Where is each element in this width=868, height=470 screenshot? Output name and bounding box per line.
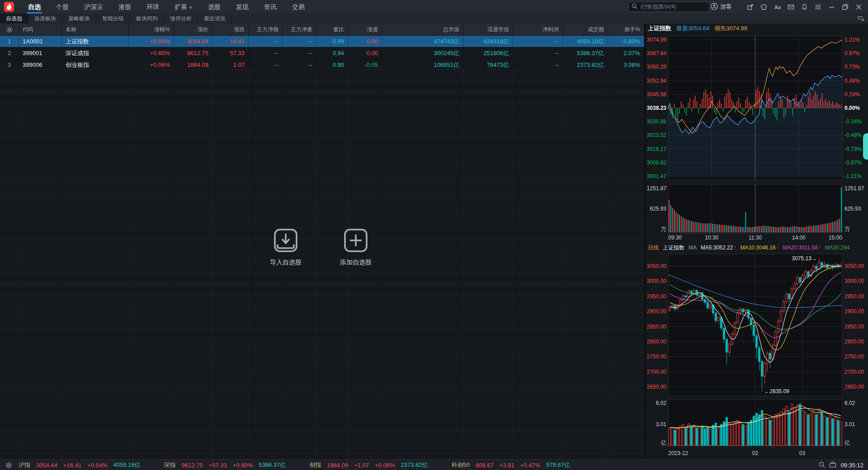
index-change: +1.07 <box>354 462 369 469</box>
svg-text:2800.00: 2800.00 <box>844 338 864 345</box>
header-col-net-profit[interactable]: 净利润 <box>513 24 563 35</box>
ma-value-text: MA10:3046.16 <box>740 244 775 251</box>
tab-自选板块[interactable]: 自选板块 <box>28 14 62 24</box>
close-icon[interactable] <box>852 0 865 14</box>
bell-icon[interactable] <box>797 0 811 14</box>
svg-text:万: 万 <box>844 226 850 232</box>
font-size-icon[interactable]: Aa <box>770 0 784 14</box>
nav-item-6[interactable]: 选股 <box>200 0 228 14</box>
header-col-change[interactable]: 涨跌 <box>212 24 249 35</box>
header-col-total-cap[interactable]: 总市值 <box>382 24 463 35</box>
index-chart-panel: 上证指数 最新3054.64 领先3074.99 3074.993067.643… <box>646 24 868 459</box>
index-quote-深指[interactable]: 深指9612.75+57.33+0.60%5386.37亿 <box>164 461 286 469</box>
svg-text:0.24%: 0.24% <box>844 91 860 98</box>
nav-item-4[interactable]: 环球 <box>139 0 167 14</box>
nav-item-9[interactable]: 交易 <box>284 0 312 14</box>
chart-index-name[interactable]: 上证指数 <box>648 24 671 33</box>
header-col-main-net-amount[interactable]: 主力净额 <box>249 24 283 35</box>
add-watchlist-button[interactable]: 添加自选股 <box>329 228 383 267</box>
header-col-turnover-rate[interactable]: 换手% <box>608 24 644 35</box>
import-watchlist-button[interactable]: 导入自选股 <box>259 228 313 267</box>
user-avatar-icon <box>711 3 718 11</box>
ma-value-text: MA20:3011.58 <box>783 244 817 251</box>
cell-col-speed: 0.00 <box>348 36 382 47</box>
search-icon[interactable] <box>819 461 825 469</box>
skin-icon[interactable] <box>757 0 770 14</box>
table-row[interactable]: 2399001深证成指+0.60%9612.7557.33----0.940.0… <box>0 47 644 59</box>
menu-icon[interactable] <box>811 0 825 14</box>
header-col-code[interactable]: 代码 <box>19 24 62 35</box>
header-col-main-net-vol[interactable]: 主力净量 <box>283 24 316 35</box>
table-row[interactable]: 11A0001上证指数+0.54%3054.6416.41----0.990.0… <box>0 36 644 47</box>
cell-col-total-cap: 300245亿 <box>382 47 463 59</box>
svg-text:万: 万 <box>661 226 666 232</box>
index-quote-科创50[interactable]: 科创50808.67+3.81+0.47%579.67亿 <box>452 461 570 469</box>
tab-智能分组[interactable]: 智能分组 <box>96 14 130 24</box>
svg-text:11:30: 11:30 <box>749 235 762 241</box>
up-arrow-icon: ↑ <box>818 244 821 251</box>
share-icon[interactable] <box>743 0 757 14</box>
svg-text:1251.87: 1251.87 <box>844 185 864 192</box>
user-menu[interactable]: 游客 <box>711 0 732 14</box>
nav-item-3[interactable]: 港股 <box>111 0 139 14</box>
tab-策略板块[interactable]: 策略板块 <box>62 14 96 24</box>
search-box[interactable] <box>628 2 710 12</box>
kline-chart[interactable]: 3050.003050.003000.003000.002950.002950.… <box>646 252 868 459</box>
index-quote-创指[interactable]: 创指1884.09+1.07+0.06%2373.82亿 <box>309 461 428 469</box>
svg-text:2850.00: 2850.00 <box>647 324 667 330</box>
app-logo-icon[interactable] <box>4 2 14 12</box>
header-col-vol-ratio[interactable]: 量比 <box>316 24 348 35</box>
svg-text:6.02: 6.02 <box>656 400 667 406</box>
cell-col-float-cap: 251806亿 <box>463 47 513 59</box>
svg-text:3000.00: 3000.00 <box>647 278 667 284</box>
nav-item-1[interactable]: 个股 <box>48 0 76 14</box>
connection-status-icon[interactable] <box>829 461 836 469</box>
tab-板块同列[interactable]: 板块同列 <box>130 14 164 24</box>
tab-最近浏览[interactable]: 最近浏览 <box>198 14 232 24</box>
nav-item-5[interactable]: 扩展▼ <box>167 0 200 14</box>
index-quotes: 沪指3054.64+16.41+0.54%4059.18亿深指9612.75+5… <box>19 461 594 469</box>
index-quote-沪指[interactable]: 沪指3054.64+16.41+0.54%4059.18亿 <box>19 461 141 469</box>
nav-item-0[interactable]: 自选 <box>20 0 48 14</box>
kline-index-name: 上证指数 <box>663 244 684 252</box>
nav-item-2[interactable]: 沪深京 <box>76 0 111 14</box>
table-settings-gear-icon[interactable] <box>0 24 19 35</box>
mail-icon[interactable] <box>784 0 797 14</box>
chart-latest-price: 最新3054.64 <box>676 24 709 33</box>
header-col-price[interactable]: 现价 <box>174 24 212 35</box>
cell-col-code: 399001 <box>19 47 62 59</box>
index-name: 科创50 <box>452 461 470 469</box>
grid-line <box>316 69 316 459</box>
nav-item-7[interactable]: 发现 <box>228 0 256 14</box>
intraday-chart[interactable]: 3074.993067.643060.293052.943045.583038.… <box>646 33 868 242</box>
header-col-speed[interactable]: 涨速 <box>348 24 382 35</box>
edge-handle[interactable] <box>863 133 868 160</box>
kline-period[interactable]: 日线 <box>648 244 659 252</box>
settings-gear-icon[interactable] <box>5 462 12 469</box>
minimize-icon[interactable] <box>825 0 838 14</box>
up-arrow-icon: ↑ <box>776 244 778 251</box>
maximize-icon[interactable] <box>838 0 852 14</box>
add-icon <box>344 246 368 254</box>
header-col-name[interactable]: 名称 <box>62 24 129 35</box>
search-input[interactable] <box>640 3 696 10</box>
header-col-turnover[interactable]: 成交额 <box>563 24 608 35</box>
index-amount: 4059.18亿 <box>113 461 141 469</box>
svg-text:3008.82: 3008.82 <box>647 160 667 166</box>
cell-col-main-net-vol: -- <box>283 47 316 59</box>
tab-涨停分析[interactable]: 涨停分析 <box>164 14 198 24</box>
header-col-change-pct[interactable]: 涨幅% <box>129 24 174 35</box>
tab-自选股[interactable]: 自选股 <box>0 14 28 24</box>
header-col-float-cap[interactable]: 流通市值 <box>463 24 513 35</box>
grid-line <box>248 69 249 459</box>
index-name: 深指 <box>164 461 176 469</box>
index-amount: 5386.37亿 <box>259 461 286 469</box>
svg-text:2700.00: 2700.00 <box>647 369 667 375</box>
svg-text:3016.17: 3016.17 <box>647 146 667 152</box>
svg-text:-0.97%: -0.97% <box>844 160 862 166</box>
index-price: 808.67 <box>476 462 494 469</box>
column-settings-icon[interactable] <box>857 15 864 24</box>
nav-item-8[interactable]: 资讯 <box>256 0 284 14</box>
grid-line <box>513 69 513 459</box>
index-pct: +0.60% <box>233 462 253 469</box>
